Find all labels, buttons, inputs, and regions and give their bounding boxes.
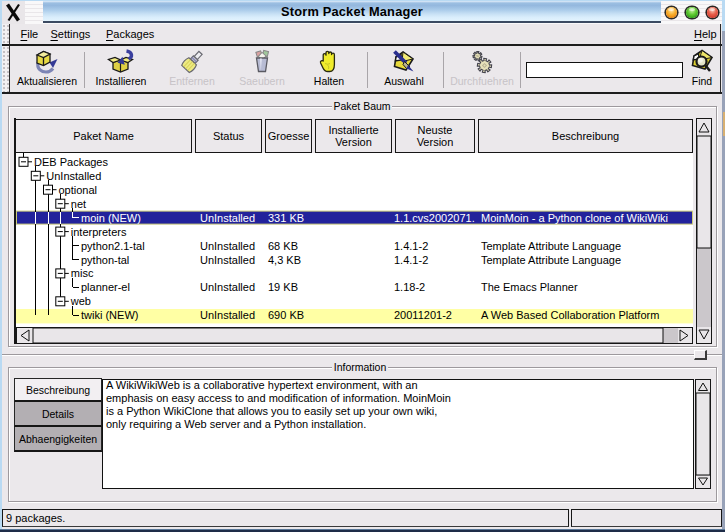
- svg-text:python-tal: python-tal: [81, 254, 129, 266]
- svg-text:4,3 KB: 4,3 KB: [268, 254, 301, 266]
- svg-text:UnInstalled: UnInstalled: [46, 170, 101, 182]
- svg-text:Template Attribute Language: Template Attribute Language: [481, 254, 621, 266]
- svg-text:UnInstalled: UnInstalled: [200, 281, 255, 293]
- svg-text:net: net: [71, 198, 86, 210]
- svg-text:interpreters: interpreters: [71, 226, 127, 238]
- svg-text:python2.1-tal: python2.1-tal: [81, 240, 145, 252]
- svg-text:UnInstalled: UnInstalled: [200, 309, 255, 321]
- svg-text:1.4.1-2: 1.4.1-2: [394, 240, 428, 252]
- svg-text:690 KB: 690 KB: [268, 309, 304, 321]
- svg-text:misc: misc: [71, 267, 94, 279]
- svg-text:A Web Based Collaboration Plat: A Web Based Collaboration Platform: [481, 309, 659, 321]
- svg-text:20011201-2: 20011201-2: [394, 309, 452, 321]
- svg-text:UnInstalled: UnInstalled: [200, 254, 255, 266]
- svg-text:19 KB: 19 KB: [268, 281, 298, 293]
- svg-text:twiki (NEW): twiki (NEW): [81, 309, 138, 321]
- svg-text:UnInstalled: UnInstalled: [200, 240, 255, 252]
- svg-text:UnInstalled: UnInstalled: [200, 212, 255, 224]
- svg-text:331 KB: 331 KB: [268, 212, 304, 224]
- svg-text:The Emacs Planner: The Emacs Planner: [481, 281, 578, 293]
- svg-text:1.1.cvs2002071.: 1.1.cvs2002071.: [394, 212, 475, 224]
- svg-text:MoinMoin - a Python clone of W: MoinMoin - a Python clone of WikiWiki: [481, 212, 668, 224]
- svg-text:web: web: [70, 295, 91, 307]
- svg-text:optional: optional: [59, 184, 98, 196]
- svg-text:1.18-2: 1.18-2: [394, 281, 425, 293]
- svg-text:Template Attribute Language: Template Attribute Language: [481, 240, 621, 252]
- svg-text:moin (NEW): moin (NEW): [81, 212, 141, 224]
- svg-text:1.4.1-2: 1.4.1-2: [394, 254, 428, 266]
- svg-text:68 KB: 68 KB: [268, 240, 298, 252]
- svg-text:DEB Packages: DEB Packages: [34, 156, 108, 168]
- svg-text:planner-el: planner-el: [81, 281, 130, 293]
